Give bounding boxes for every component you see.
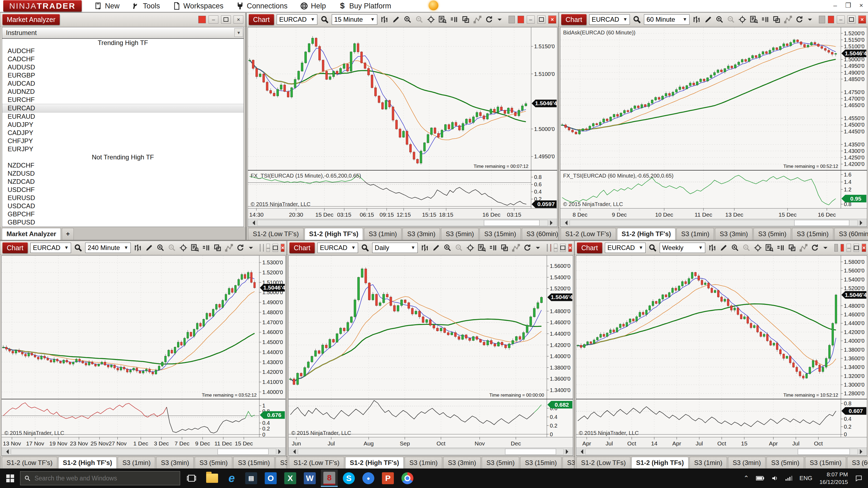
price-chart-canvas[interactable]: 1.5800'01.5600'01.5400'01.5200'01.4800'0…: [576, 256, 867, 399]
instrument-column-header[interactable]: Instrument ▼: [2, 27, 244, 39]
list-item[interactable]: EURCAD: [2, 104, 244, 112]
menu-tools[interactable]: Tools: [132, 2, 160, 10]
instrument-select[interactable]: EURCAD▼: [30, 242, 71, 253]
scrollbar-thumb[interactable]: [505, 449, 556, 455]
taskbar-app-chrome[interactable]: [399, 469, 416, 487]
network-icon[interactable]: [785, 476, 792, 481]
chart-style-button[interactable]: [421, 242, 429, 253]
instrument-search-button[interactable]: [648, 242, 657, 253]
scroll-right-icon[interactable]: [566, 449, 571, 454]
scroll-right-icon[interactable]: [278, 449, 283, 454]
chart-tab[interactable]: S3 (1min): [118, 457, 155, 469]
workspace-color-button[interactable]: [518, 16, 524, 23]
taskbar-app-powerpoint[interactable]: P: [379, 469, 396, 487]
minimize-button[interactable]: –: [554, 244, 557, 252]
timeframe-select[interactable]: 15 Minute▼: [332, 14, 377, 25]
zoom-out-button[interactable]: [455, 242, 463, 253]
indicator-panel-button[interactable]: [489, 242, 497, 253]
scroll-left-icon[interactable]: [250, 220, 255, 225]
list-item[interactable]: USDCAD: [2, 202, 244, 210]
instrument-search-button[interactable]: [361, 242, 369, 253]
list-item[interactable]: EURAUD: [2, 112, 244, 121]
language-indicator[interactable]: ENG: [799, 475, 812, 482]
chart-tab[interactable]: S1-2 (Low TF's): [248, 228, 304, 240]
chart-tab[interactable]: S3 (1min): [405, 457, 442, 469]
chart-tab[interactable]: S1-2 (Low TFs): [577, 457, 630, 469]
restore-button[interactable]: [854, 244, 859, 252]
zoom-out-button[interactable]: [167, 242, 176, 253]
price-chart-canvas[interactable]: 1.5150'01.5100'01.5000'01.4950'01.5046'4…: [248, 27, 557, 170]
data-box-button[interactable]: [749, 14, 758, 25]
indicator-canvas[interactable]: 1.61.41.20.80.95FX_TSI(EURCAD (60 Minute…: [560, 170, 867, 208]
chart-tab[interactable]: S1-2 (High TF's): [617, 228, 676, 240]
instrument-select[interactable]: EURCAD▼: [277, 14, 317, 25]
windows-button[interactable]: [788, 242, 796, 253]
restore-button[interactable]: [560, 244, 565, 252]
list-item[interactable]: NZDUSD: [2, 169, 244, 177]
instrument-search-button[interactable]: [632, 14, 641, 25]
indicator-panel-button[interactable]: [776, 242, 785, 253]
chart-tab[interactable]: S3 (1min): [677, 228, 714, 240]
chart-tab[interactable]: S3 (15min): [805, 457, 846, 469]
list-item[interactable]: GBPCHF: [2, 210, 244, 218]
minimize-button[interactable]: –: [527, 15, 535, 24]
chart-tab[interactable]: S3 (3min): [156, 457, 194, 469]
drawing-tools-button[interactable]: [719, 242, 728, 253]
more-tools-button[interactable]: [534, 242, 541, 253]
instrument-select[interactable]: EURCAD▼: [605, 242, 646, 253]
drawing-path-button[interactable]: [799, 242, 808, 253]
restore-button[interactable]: [847, 15, 855, 24]
close-button[interactable]: ×: [568, 244, 572, 252]
taskbar-app-outlook[interactable]: O: [262, 469, 279, 487]
restore-button[interactable]: [537, 15, 546, 24]
chart-tab[interactable]: S1-2 (High TF's): [58, 457, 117, 469]
chart-tab[interactable]: S3 (60min): [522, 228, 563, 240]
task-view-button[interactable]: [184, 471, 198, 485]
chart-tab[interactable]: S3 (3min): [443, 457, 480, 469]
chart-tab[interactable]: S3 (1min): [364, 228, 401, 240]
horizontal-scrollbar[interactable]: [2, 448, 285, 455]
link-color-button[interactable]: [834, 244, 838, 252]
list-item[interactable]: CADCHF: [2, 55, 244, 63]
list-item[interactable]: NZDCHF: [2, 161, 244, 169]
time-axis[interactable]: 14:3020:3015 Dec03:1506:1509:1512:1515:1…: [248, 208, 557, 219]
chart-tab[interactable]: S3 (15min): [479, 228, 521, 240]
chart-tab[interactable]: S3 (3min): [403, 228, 440, 240]
drawing-tools-button[interactable]: [704, 14, 713, 25]
chart-tab[interactable]: S3 (60min): [847, 457, 868, 469]
chart-tab[interactable]: S3 (5min): [441, 228, 478, 240]
chart-tab[interactable]: S1-2 (Low TF's): [289, 457, 344, 469]
restore-button[interactable]: [221, 15, 231, 24]
chart-tab[interactable]: S3 (3min): [715, 228, 752, 240]
list-item[interactable]: AUDCAD: [2, 79, 244, 88]
data-box-button[interactable]: [438, 14, 447, 25]
list-item[interactable]: CHFJPY: [2, 137, 244, 145]
tray-expand-icon[interactable]: ⌃: [744, 475, 749, 482]
close-button[interactable]: ×: [281, 244, 284, 252]
chart-tab[interactable]: S1-2 (Low TF's): [561, 228, 616, 240]
restore-button[interactable]: [273, 244, 278, 252]
reload-button[interactable]: [485, 14, 493, 25]
chart-tab[interactable]: S3 (60min): [834, 228, 868, 240]
chart-tab[interactable]: S3 (5min): [753, 228, 791, 240]
horizontal-scrollbar[interactable]: [248, 219, 557, 227]
menu-buy-platform[interactable]: $ Buy Platform: [338, 2, 391, 10]
menu-new[interactable]: New: [94, 2, 120, 10]
chart-tab[interactable]: S3 (5min): [482, 457, 519, 469]
timeframe-select[interactable]: 240 Minute▼: [85, 242, 131, 253]
timeframe-select[interactable]: Weekly▼: [660, 242, 705, 253]
taskbar-app-edge[interactable]: e: [223, 469, 240, 487]
scrollbar-thumb[interactable]: [794, 220, 849, 226]
zoom-in-button[interactable]: [156, 242, 165, 253]
indicator-canvas[interactable]: 10.80.40.200.676© 2015 NinjaTrader, LLC: [2, 399, 285, 437]
price-chart-canvas[interactable]: 1.5300'01.5200'01.5100'01.5000'01.4900'0…: [2, 256, 285, 399]
reload-button[interactable]: [810, 242, 819, 253]
list-item[interactable]: AUDCHF: [2, 47, 244, 55]
menu-help[interactable]: Help: [300, 2, 326, 10]
list-item[interactable]: CADJPY: [2, 129, 244, 137]
list-item[interactable]: EURCHF: [2, 96, 244, 104]
drawing-path-button[interactable]: [473, 14, 482, 25]
scroll-left-icon[interactable]: [4, 449, 9, 454]
crosshair-button[interactable]: [466, 242, 475, 253]
maximize-icon[interactable]: ❐: [844, 2, 852, 9]
